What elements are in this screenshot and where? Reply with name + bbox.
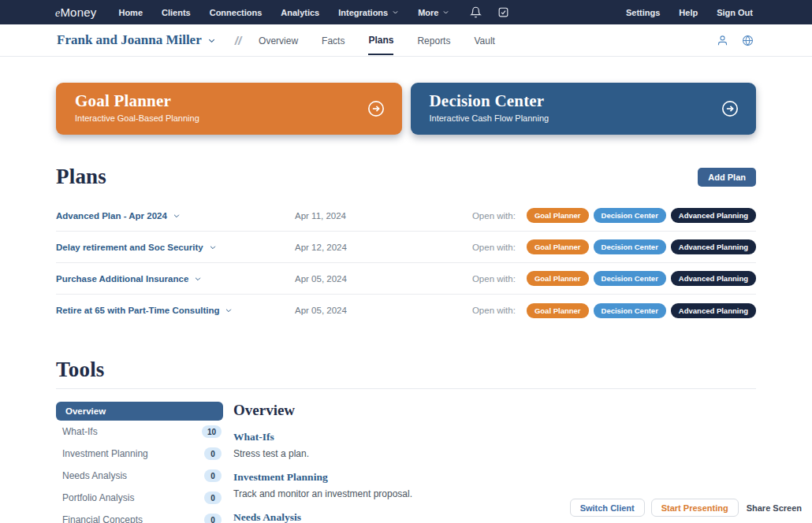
- plans-heading: Plans: [56, 165, 106, 189]
- sidebar-item-label: Investment Planning: [62, 448, 148, 459]
- count-badge: 10: [202, 425, 222, 438]
- nav-item-integrations-label: Integrations: [338, 8, 388, 17]
- count-badge: 0: [204, 447, 222, 460]
- count-badge: 0: [204, 469, 222, 482]
- tool-link-what-ifs[interactable]: What-Ifs: [233, 431, 500, 443]
- open-with-advanced-planning-button[interactable]: Advanced Planning: [671, 239, 756, 254]
- sidebar-item-needs-analysis[interactable]: Needs Analysis 0: [56, 465, 223, 487]
- arrow-right-circle-icon[interactable]: [367, 100, 385, 117]
- plan-name-dropdown[interactable]: Delay retirement and Soc Security: [56, 243, 295, 252]
- tool-description: Stress test a plan.: [233, 448, 500, 459]
- count-badge: 0: [204, 514, 222, 523]
- plans-table: Advanced Plan - Apr 2024 Apr 11, 2024 Op…: [56, 200, 756, 326]
- plan-date: Apr 05, 2024: [295, 274, 472, 284]
- chevron-down-icon: [173, 212, 181, 220]
- tools-overview-panel: Overview What-Ifs Stress test a plan. In…: [233, 402, 500, 523]
- plan-name-dropdown[interactable]: Purchase Additional Insurance: [56, 274, 295, 284]
- plan-row: Advanced Plan - Apr 2024 Apr 11, 2024 Op…: [56, 200, 756, 232]
- sidebar-item-label: Financial Concepts: [62, 514, 143, 523]
- chevron-down-icon: [209, 243, 217, 251]
- plan-row: Delay retirement and Soc Security Apr 12…: [56, 232, 756, 263]
- banner-subtitle: Interactive Goal-Based Planning: [75, 113, 383, 123]
- client-selector[interactable]: Frank and Joanna Miller: [57, 32, 216, 48]
- banner-subtitle: Interactive Cash Flow Planning: [430, 113, 738, 123]
- decision-center-banner[interactable]: Decision Center Interactive Cash Flow Pl…: [411, 83, 757, 135]
- tool-description: Track and monitor an investment proposal…: [233, 488, 500, 499]
- sidebar-item-financial-concepts[interactable]: Financial Concepts 0: [56, 509, 223, 523]
- plan-name-dropdown[interactable]: Retire at 65 with Part-Time Consulting: [56, 306, 295, 315]
- open-with-goal-planner-button[interactable]: Goal Planner: [527, 239, 589, 254]
- open-with-decision-center-button[interactable]: Decision Center: [594, 271, 666, 286]
- sidebar-item-label: What-Ifs: [62, 426, 98, 437]
- open-with-advanced-planning-button[interactable]: Advanced Planning: [671, 208, 756, 223]
- logo-rest: Money: [60, 6, 96, 19]
- nav-item-more-label: More: [418, 8, 438, 17]
- breadcrumb-separator: //: [235, 34, 241, 47]
- plan-name-label: Purchase Additional Insurance: [56, 274, 188, 284]
- tab-reports[interactable]: Reports: [417, 26, 450, 54]
- nav-item-more[interactable]: More: [418, 8, 449, 17]
- sidebar-item-what-ifs[interactable]: What-Ifs 10: [56, 421, 223, 443]
- share-screen-label[interactable]: Share Screen: [747, 503, 802, 513]
- nav-item-home[interactable]: Home: [118, 8, 143, 17]
- sidebar-item-portfolio-analysis[interactable]: Portfolio Analysis 0: [56, 487, 223, 509]
- open-with-goal-planner-button[interactable]: Goal Planner: [527, 271, 589, 286]
- tools-sidebar: Overview What-Ifs 10 Investment Planning…: [56, 402, 223, 523]
- chevron-down-icon: [442, 9, 449, 16]
- tasks-checkbox-icon[interactable]: [497, 6, 509, 18]
- nav-item-help[interactable]: Help: [679, 8, 698, 17]
- open-with-label: Open with:: [472, 306, 516, 315]
- tools-divider: [56, 388, 756, 389]
- add-plan-button[interactable]: Add Plan: [698, 168, 756, 187]
- count-badge: 0: [204, 491, 222, 504]
- nav-item-analytics[interactable]: Analytics: [281, 8, 319, 17]
- arrow-right-circle-icon[interactable]: [721, 100, 739, 117]
- tools-overview-heading: Overview: [233, 402, 500, 419]
- plan-date: Apr 12, 2024: [295, 243, 472, 252]
- plan-row: Purchase Additional Insurance Apr 05, 20…: [56, 263, 756, 295]
- globe-icon[interactable]: [742, 35, 754, 46]
- tab-plans[interactable]: Plans: [368, 25, 393, 55]
- client-name-label: Frank and Joanna Miller: [57, 32, 202, 48]
- open-with-advanced-planning-button[interactable]: Advanced Planning: [671, 303, 756, 318]
- open-with-decision-center-button[interactable]: Decision Center: [594, 208, 666, 223]
- tab-vault[interactable]: Vault: [474, 26, 494, 54]
- open-with-advanced-planning-button[interactable]: Advanced Planning: [671, 271, 756, 286]
- open-with-label: Open with:: [472, 274, 516, 284]
- tool-link-investment-planning[interactable]: Investment Planning: [233, 471, 500, 484]
- emoney-logo[interactable]: eMoney: [55, 6, 96, 20]
- bell-icon[interactable]: [470, 6, 482, 18]
- chevron-down-icon: [225, 306, 233, 314]
- start-presenting-button[interactable]: Start Presenting: [651, 499, 739, 517]
- goal-planner-banner[interactable]: Goal Planner Interactive Goal-Based Plan…: [56, 83, 402, 135]
- open-with-decision-center-button[interactable]: Decision Center: [594, 239, 666, 254]
- nav-item-clients[interactable]: Clients: [162, 8, 191, 17]
- tab-facts[interactable]: Facts: [322, 26, 345, 54]
- banner-title: Decision Center: [430, 91, 738, 111]
- plan-name-label: Delay retirement and Soc Security: [56, 243, 203, 252]
- nav-item-settings[interactable]: Settings: [626, 8, 660, 17]
- open-with-goal-planner-button[interactable]: Goal Planner: [527, 208, 589, 223]
- presentation-action-bar: Switch Client Start Presenting Share Scr…: [570, 499, 802, 517]
- open-with-label: Open with:: [472, 243, 516, 252]
- switch-client-button[interactable]: Switch Client: [570, 499, 645, 517]
- banner-title: Goal Planner: [75, 91, 383, 111]
- open-with-goal-planner-button[interactable]: Goal Planner: [527, 303, 589, 318]
- nav-item-integrations[interactable]: Integrations: [338, 8, 399, 17]
- nav-item-connections[interactable]: Connections: [210, 8, 263, 17]
- nav-item-sign-out[interactable]: Sign Out: [717, 8, 753, 17]
- plan-name-label: Advanced Plan - Apr 2024: [56, 211, 167, 221]
- open-with-decision-center-button[interactable]: Decision Center: [594, 303, 666, 318]
- sidebar-item-investment-planning[interactable]: Investment Planning 0: [56, 443, 223, 465]
- sidebar-item-label: Needs Analysis: [62, 470, 127, 481]
- tool-link-needs-analysis[interactable]: Needs Analysis: [233, 511, 500, 523]
- user-icon[interactable]: [717, 35, 728, 46]
- plan-row: Retire at 65 with Part-Time Consulting A…: [56, 295, 756, 326]
- open-with-label: Open with:: [472, 211, 516, 221]
- plan-name-dropdown[interactable]: Advanced Plan - Apr 2024: [56, 211, 295, 221]
- tab-overview[interactable]: Overview: [259, 26, 298, 54]
- chevron-down-icon: [392, 9, 399, 16]
- client-nav: Frank and Joanna Miller // Overview Fact…: [0, 24, 812, 57]
- tools-heading: Tools: [56, 358, 756, 382]
- sidebar-item-overview[interactable]: Overview: [56, 402, 223, 421]
